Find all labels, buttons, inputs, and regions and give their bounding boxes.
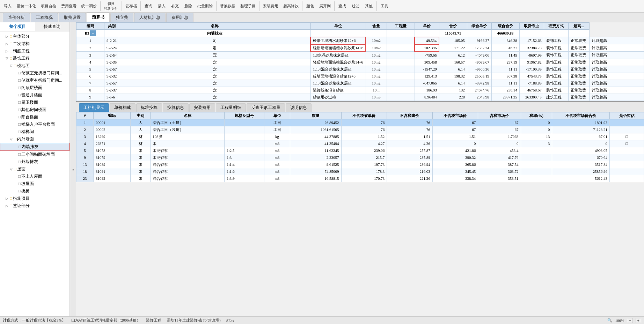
group-collapse-btn[interactable]: − <box>90 30 96 36</box>
toolbar-insert-btn[interactable]: 插入 <box>155 3 168 9</box>
sidebar-item-pipe-floor[interactable]: □ 普通井楼面 <box>0 91 69 99</box>
lower-table-row[interactable]: 2 00002 人 综合工日（装饰） 工日 1061.61505 76 76 6… <box>76 126 644 133</box>
toolbar-replace-data-btn[interactable]: 替换数据 <box>218 3 237 9</box>
cell-name[interactable]: 轻质墙墙面墙槽混合砂浆14+6 <box>310 59 366 66</box>
sidebar-collapse-btn[interactable]: « <box>70 22 76 316</box>
sidebar-item-main-part[interactable]: ▷ □ 主体部分 <box>0 33 69 40</box>
toolbar-search-btn[interactable]: 查找 <box>336 3 349 9</box>
lower-table-row[interactable]: 3 13299 材 108胶 kg 44.37885 1.52 1.51 1.5… <box>76 133 644 140</box>
tab-project-overview[interactable]: 工程概况 <box>31 13 58 22</box>
sidebar-item-balcony-floor[interactable]: □ 阳台楼面 <box>0 113 69 121</box>
sidebar-item-roof[interactable]: ▽ □ 屋面 <box>0 165 69 173</box>
sidebar-item-non-access-roof[interactable]: □ 不上人屋面 <box>0 173 69 180</box>
upper-table-row[interactable]: 2 9-2-24 定 轻质墙墙面墙槽水泥砂浆14+6 10m2 102.396 … <box>76 44 644 52</box>
sidebar-item-other-room-floor[interactable]: □ 其他房间楼面 <box>0 106 69 113</box>
upper-table-row[interactable]: 1 9-2-21 定 砼墙面墙槽水泥砂浆12+6 10m2 49.534 185… <box>76 37 644 44</box>
toolbar-exceed-height-btn[interactable]: 超高降效 <box>281 3 301 9</box>
toolbar-expand-to-btn[interactable]: 展开到 <box>317 3 333 9</box>
sidebar-item-floor-surface[interactable]: ▽ □ 楼地面 <box>0 62 69 69</box>
lower-table-row[interactable]: 9 81079 浆 水泥砂浆 1:3 m3 -2.23057 215.7 235… <box>76 154 644 161</box>
toolbar-filter-btn[interactable]: 过滤 <box>349 3 362 9</box>
lcell-is-est[interactable] <box>610 119 644 126</box>
tab-budget-book[interactable]: 预算书 <box>87 13 110 22</box>
cell-qty[interactable]: 186.93 <box>415 87 439 94</box>
lower-table-row[interactable]: 18 81091 浆 混合砂浆 1:1:6 m3 74.85009 178.3 … <box>76 168 644 175</box>
tab-fee-settings[interactable]: 取费设置 <box>59 13 86 22</box>
lower-table-row[interactable]: 1 00001 人 综合工日（土建） 工日 26.89452 76 76 67 … <box>76 119 644 126</box>
cell-name[interactable]: 砼墙面墙槽水泥砂浆12+6 <box>310 37 366 44</box>
lcell-is-est[interactable] <box>610 168 644 175</box>
toolbar-query-btn[interactable]: 查询 <box>142 3 155 9</box>
lower-table-row[interactable]: 13 81089 浆 混合砂浆 1:1:4 m3 9.61525 197.73 … <box>76 161 644 168</box>
toolbar-color-btn[interactable]: 颜色 <box>304 3 316 9</box>
zoom-in-btn[interactable]: + <box>636 318 641 323</box>
sidebar-item-storage-no-fold[interactable]: □ 储藏室无折板门房间... <box>0 69 69 77</box>
sidebar-item-inner-outer-wall[interactable]: ▽ □ 内外墙面 <box>0 135 69 143</box>
lower-tab-reverse-check[interactable]: 反查图形工程量 <box>247 103 285 112</box>
upper-table-row[interactable]: 3 9-2-54 定 1:3水泥砂浆抹灰层±1 10m2 -759.65 6.1… <box>76 52 644 59</box>
lcell-is-est[interactable]: □ <box>610 133 644 140</box>
sidebar-item-three-small-rooms[interactable]: □ 三小间贴面砖墙面 <box>0 151 69 158</box>
toolbar-other-btn[interactable]: 其他 <box>363 3 375 9</box>
toolbar-batch-delete-btn[interactable]: 批量删除 <box>195 3 215 9</box>
sidebar-item-attic-floor[interactable]: □ 阁顶层楼面 <box>0 84 69 91</box>
lcell-is-est[interactable] <box>610 175 644 182</box>
cell-name[interactable]: 1:3水泥砂浆抹灰层±1 <box>310 52 366 59</box>
lcell-is-est[interactable] <box>610 147 644 154</box>
cell-name[interactable]: 砂浆用砂过筛 <box>310 94 366 101</box>
toolbar-fee-view-btn[interactable]: 费用查看 <box>59 3 79 9</box>
sidebar-item-stairwell[interactable]: □ 楼梯间 <box>0 128 69 135</box>
upper-table-row[interactable]: 4 9-2-35 定 轻质墙墙面墙槽混合砂浆14+6 10m2 309.458 … <box>76 59 644 66</box>
upper-table-row[interactable]: 7 9-2-57 定 1:1:4混合砂浆抹灰层±1 10m2 -647.065 … <box>76 80 644 87</box>
toolbar-self-check-btn[interactable]: 项目自检 <box>39 3 58 9</box>
sidebar-tab-quick-query[interactable]: 快速查询 <box>35 22 70 31</box>
tab-resource-summary[interactable]: 人材机汇总 <box>134 13 166 22</box>
sidebar-item-slope-roof[interactable]: □ 坡屋面 <box>0 180 69 187</box>
cell-qty[interactable]: 102.396 <box>415 44 439 52</box>
sidebar-item-eaves[interactable]: □ 挑檐 <box>0 187 69 195</box>
cell-qty[interactable]: -1547.29 <box>415 66 439 73</box>
lcell-is-est[interactable] <box>610 154 644 161</box>
toolbar-qty-price-btn[interactable]: 量价一体化 <box>15 3 38 9</box>
cell-qty[interactable]: 49.534 <box>415 37 439 44</box>
toolbar-tools-btn[interactable]: 工具 <box>378 3 391 9</box>
toolbar-adjust-price-btn[interactable]: 统一调价 <box>79 3 99 9</box>
sidebar-item-secondary-structure[interactable]: ▷ □ 二次结构 <box>0 40 69 47</box>
upper-table-row[interactable]: 6 9-2-32 定 砼墙面墙槽混合砂浆12+6 10m2 129.413 19… <box>76 73 644 80</box>
lower-table-row[interactable]: 23 81092 浆 混合砂浆 1:3:9 m3 16.58815 170.73… <box>76 175 644 182</box>
cell-qty[interactable]: 8.96484 <box>415 94 439 101</box>
sidebar-item-kitchen-floor[interactable]: □ 厨卫楼面 <box>0 99 69 106</box>
sidebar-item-measures[interactable]: ▷ □ 措施项目 <box>0 195 69 202</box>
sidebar-item-outer-wall-plaster[interactable]: □ 外墙抹灰 <box>0 158 69 165</box>
sidebar-item-stair-platform[interactable]: □ 楼梯入户平台楼面 <box>0 121 69 128</box>
lower-tab-standard-calc[interactable]: 标准换算 <box>136 103 162 112</box>
sidebar-item-storage-fold[interactable]: □ 储藏室有折板门房间... <box>0 77 69 84</box>
lcell-is-est[interactable] <box>610 161 644 168</box>
toolbar-cloud-save-btn[interactable]: 云存档 <box>123 3 139 9</box>
cell-qty[interactable]: 129.413 <box>415 73 439 80</box>
cell-name[interactable]: 1:1:4混合砂浆抹灰层±1 <box>310 80 366 87</box>
lower-table-row[interactable]: 4 26371 材 水 m3 41.35494 4.27 4.26 0 0 3 … <box>76 140 644 147</box>
sidebar-tab-whole-project[interactable]: 整个项目 <box>0 22 35 31</box>
sidebar-item-visa[interactable]: ▷ □ 签证部分 <box>0 202 69 209</box>
toolbar-import-btn[interactable]: 导入 <box>1 3 14 9</box>
sidebar-item-rebar[interactable]: ▷ □ 钢筋工程 <box>0 47 69 55</box>
upper-table-row[interactable]: 9 3-5-6 定 砂浆用砂过筛 10m3 8.96484 228 2043.9… <box>76 94 644 101</box>
upper-table-row[interactable]: 5 9-2-57 定 1:1:4混合砂浆抹灰层±1 10m2 -1547.29 … <box>76 66 644 73</box>
toolbar-supplement-btn[interactable]: 补充 <box>169 3 181 9</box>
cell-qty[interactable]: 309.458 <box>415 59 439 66</box>
cell-qty[interactable]: -759.65 <box>415 52 439 59</box>
upper-table-row[interactable]: 8 9-2-37 定 装饰线条混合砂浆 10m 186.93 132 24674… <box>76 87 644 94</box>
group-row-b3[interactable]: B3 − 内墙抹灰 110649.71 466039.83 <box>76 30 644 37</box>
sidebar-item-inner-wall-plaster[interactable]: □ 内墙抹灰 <box>0 143 69 151</box>
lcell-is-est[interactable] <box>610 126 644 133</box>
tab-independent-fee[interactable]: 独立费 <box>110 13 133 22</box>
lower-tab-description[interactable]: 说明信息 <box>286 103 312 112</box>
sidebar-item-decoration[interactable]: ▽ □ 装饰工程 <box>0 55 69 62</box>
cell-name[interactable]: 轻质墙墙面墙槽水泥砂浆14+6 <box>310 44 366 52</box>
lower-tab-install-fee[interactable]: 安装费用 <box>189 103 215 112</box>
cell-name[interactable]: 砼墙面墙槽混合砂浆12+6 <box>310 73 366 80</box>
lower-tab-unit-price[interactable]: 单价构成 <box>110 103 136 112</box>
cell-name[interactable]: 1:1:4混合砂浆抹灰层±1 <box>310 66 366 73</box>
toolbar-install-fee-btn[interactable]: 安装费用 <box>261 3 280 9</box>
